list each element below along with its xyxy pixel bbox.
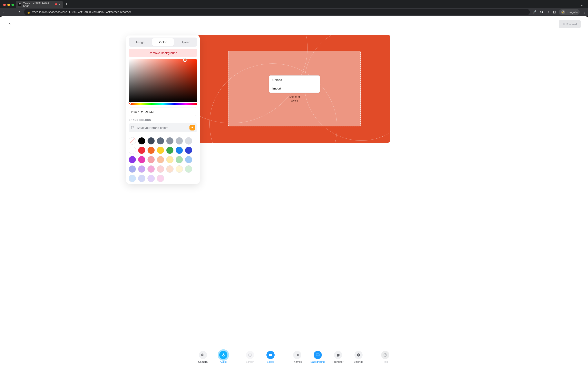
new-tab-button[interactable]: + [63,2,70,8]
preset-swatches [129,137,197,182]
color-swatch[interactable] [138,156,145,163]
color-format-label: Hex [131,110,137,113]
app-viewport: Record Upload Import Select or We su Ima… [0,16,588,367]
color-swatch[interactable] [138,147,145,154]
tool-prompter[interactable]: Prompter [331,351,345,363]
color-swatch[interactable] [138,165,145,173]
color-swatch[interactable] [129,137,136,145]
browser-tab[interactable]: V VEED - Create, Edit & Shar × [16,1,63,8]
tabs-menu-icon[interactable]: ⌄ [578,3,586,8]
tool-camera[interactable]: Camera [196,351,210,363]
color-swatch[interactable] [166,137,173,145]
back-icon[interactable]: ← [2,10,7,14]
color-swatch[interactable] [176,147,183,154]
import-option[interactable]: Import [269,84,320,92]
svg-rect-7 [271,354,271,356]
color-swatch[interactable] [129,175,136,182]
window-controls [2,4,16,8]
forward-icon[interactable]: → [9,10,14,14]
tab-strip: V VEED - Create, Edit & Shar × + ⌄ [0,0,588,8]
color-swatch[interactable] [176,156,183,163]
microphone-icon[interactable]: 🎤 [533,10,536,14]
hex-input[interactable]: #FD6232 [141,110,195,113]
upload-option[interactable]: Upload [269,76,320,84]
svg-point-1 [202,355,203,356]
microphone-icon [219,351,227,359]
toolbar-separator [372,353,372,361]
themes-icon [293,351,301,359]
tab-image[interactable]: Image [130,38,151,46]
color-swatch[interactable] [157,147,164,154]
tab-color[interactable]: Color [152,38,174,46]
color-swatch[interactable] [185,147,192,154]
save-brand-colors-button[interactable]: Save your brand colors [129,123,197,132]
color-swatch[interactable] [147,156,155,163]
address-bar: ← → ⟳ 🔒 veed.io/workspaces/22ce6d2f-38c5… [0,8,588,16]
eye-off-icon[interactable]: 👁‍🗨 [540,10,544,14]
fullscreen-window-icon[interactable] [11,4,14,6]
color-swatch[interactable] [176,165,183,173]
close-window-icon[interactable] [3,4,6,6]
color-swatch[interactable] [166,156,173,163]
recording-canvas[interactable]: Upload Import Select or We su [198,35,390,143]
toolbar-separator [237,353,237,361]
color-swatch[interactable] [138,137,145,145]
svg-rect-6 [270,355,271,355]
color-swatch[interactable] [157,156,164,163]
app-back-button[interactable] [7,21,13,26]
tool-screen[interactable]: Screen [243,351,257,363]
color-swatch[interactable] [157,175,164,182]
color-swatch[interactable] [147,175,155,182]
browser-actions: 🎤 👁‍🗨 ☆ ◧ 🕵️ Incognito ⋮ [533,9,586,15]
extensions-icon[interactable]: ◧ [553,10,556,14]
bookmark-icon[interactable]: ☆ [547,10,550,14]
tool-slides-label: Slides [267,360,274,363]
color-swatch[interactable] [147,165,155,173]
color-swatch[interactable] [147,147,155,154]
hue-slider[interactable] [129,103,197,105]
tool-themes[interactable]: Themes [290,351,304,363]
reload-icon[interactable]: ⟳ [17,10,21,14]
color-swatch[interactable] [129,147,136,154]
color-swatch[interactable] [166,165,173,173]
color-swatch[interactable] [185,137,192,145]
color-format-select[interactable]: Hex ▾ [131,110,139,113]
gear-icon [355,351,363,359]
color-swatch[interactable] [147,137,155,145]
color-swatch[interactable] [176,137,183,145]
palette-icon [131,125,135,130]
color-swatch[interactable] [185,165,192,173]
color-swatch[interactable] [157,165,164,173]
tool-background[interactable]: Background [311,351,325,363]
tool-audio[interactable]: Audio [216,351,231,363]
incognito-badge[interactable]: 🕵️ Incognito [559,9,580,15]
color-saturation-picker[interactable] [129,59,197,102]
color-swatch[interactable] [157,137,164,145]
color-picker-thumb[interactable] [183,58,187,62]
tab-upload[interactable]: Upload [174,38,196,46]
tool-slides[interactable]: Slides [263,351,278,363]
record-button[interactable]: Record [559,20,581,28]
tab-close-icon[interactable]: × [59,3,61,6]
svg-rect-5 [269,355,270,356]
hue-slider-thumb[interactable] [128,102,131,105]
svg-point-12 [358,355,359,356]
color-swatch[interactable] [166,147,173,154]
color-swatch[interactable] [129,165,136,173]
url-input[interactable]: 🔒 veed.io/workspaces/22ce6d2f-38c5-4df1-… [24,9,530,15]
color-swatch[interactable] [138,175,145,182]
incognito-label: Incognito [567,11,578,14]
tool-settings[interactable]: Settings [351,351,366,363]
color-swatch[interactable] [185,156,192,163]
upgrade-bolt-icon[interactable] [190,125,195,131]
tool-help[interactable]: Help [378,351,392,363]
url-text: veed.io/workspaces/22ce6d2f-38c5-4df1-a8… [32,10,131,14]
kebab-menu-icon[interactable]: ⋮ [583,10,586,14]
minimize-window-icon[interactable] [7,4,10,6]
save-brand-colors-label: Save your brand colors [137,126,168,129]
incognito-icon: 🕵️ [561,10,565,14]
slides-icon [267,351,275,359]
color-swatch[interactable] [129,156,136,163]
remove-background-button[interactable]: Remove Background [129,49,197,57]
slides-dropzone[interactable]: Upload Import Select or We su [228,51,361,126]
